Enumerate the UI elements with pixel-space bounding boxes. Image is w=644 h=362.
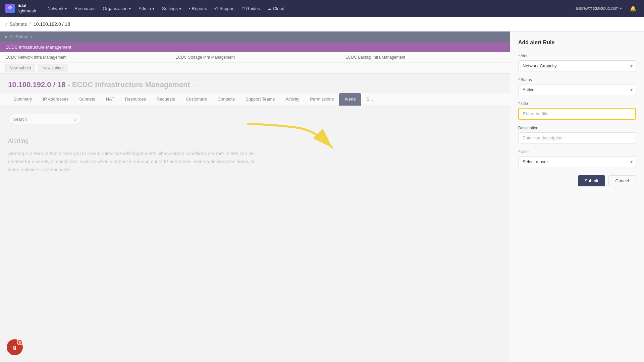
breadcrumb-separator: /: [30, 21, 31, 27]
status-select-wrapper: Active Inactive: [518, 84, 636, 95]
description-input[interactable]: [518, 132, 636, 143]
search-icon: ⌕: [74, 116, 77, 122]
notification-bell[interactable]: 🔔: [628, 3, 639, 14]
tab-subnets[interactable]: Subnets: [74, 93, 101, 106]
nav-reports[interactable]: ▪ Reports: [185, 4, 210, 13]
user-select[interactable]: Select a user: [518, 156, 636, 167]
caret-icon: ▸: [5, 34, 8, 39]
right-panel: Add alert Rule * Alert Network Capacity …: [510, 32, 644, 362]
back-arrow[interactable]: ‹: [5, 21, 7, 27]
tree-infra[interactable]: ECDC Infrastructure Management: [0, 42, 510, 52]
search-bar[interactable]: ⌕: [8, 114, 82, 124]
tab-requests[interactable]: Requests: [151, 93, 180, 106]
title-label: * Title: [518, 101, 636, 106]
chevron-down-icon: ▾: [152, 6, 155, 11]
breadcrumb: ‹ Subnets / 10.100.192.0 / 18: [5, 21, 70, 27]
breadcrumb-bar: ‹ Subnets / 10.100.192.0 / 18: [0, 17, 644, 32]
alert-select[interactable]: Network Capacity IP Usage Device Down Un…: [518, 60, 636, 71]
logo-sub: lightmesh: [17, 8, 36, 14]
nav-items: Network ▾ Resources Organization ▾ Admin…: [44, 4, 571, 13]
submit-button[interactable]: Submit: [578, 175, 605, 186]
tree-level3: New subnet New subnet: [0, 62, 510, 73]
page-header: 10.100.192.0 / 18 - ECDC Infrastructure …: [0, 74, 510, 89]
panel-title: Add alert Rule: [518, 40, 636, 46]
page-title: 10.100.192.0 / 18 - ECDC Infrastructure …: [8, 80, 190, 89]
tab-alerts[interactable]: Alerts: [339, 93, 361, 106]
tab-permissions[interactable]: Permissions: [305, 93, 339, 106]
breadcrumb-current: 10.100.192.0 / 18: [34, 21, 70, 27]
logo-icon: [5, 4, 15, 13]
chevron-down-icon: ▾: [129, 6, 131, 11]
search-input[interactable]: [13, 117, 74, 122]
cloud-icon: ☁: [267, 6, 272, 11]
avatar-notification-badge: 8: [17, 339, 23, 345]
description-label: Description: [518, 126, 636, 130]
tree-storage-infra[interactable]: ECDC Storage Inra Management: [170, 52, 340, 62]
nav-user[interactable]: andrew@tidalcloud.com ▾: [572, 4, 625, 13]
new-subnet-1[interactable]: New subnet: [5, 64, 35, 72]
chevron-down-icon: ▾: [620, 6, 622, 11]
tree-network-infra[interactable]: ECDC Network Infra Management: [0, 52, 170, 62]
nav-organization[interactable]: Organization ▾: [99, 4, 135, 13]
book-icon: □: [242, 6, 245, 11]
description-form-group: Description: [518, 126, 636, 143]
logo-brand: tidal: [17, 3, 36, 8]
user-select-wrapper: Select a user: [518, 156, 636, 167]
title-form-group: * Title: [518, 101, 636, 120]
bar-chart-icon: ▪: [189, 6, 191, 11]
arrow-annotation: [228, 117, 342, 162]
tab-contacts[interactable]: Contacts: [212, 93, 240, 106]
tree-level2: ECDC Network Infra Management ECDC Stora…: [0, 52, 510, 62]
status-select[interactable]: Active Inactive: [518, 84, 636, 95]
tab-nat[interactable]: NAT: [101, 93, 120, 106]
avatar-letter: g: [13, 344, 16, 350]
subnet-tree: ▸ All Subnets ECDC Infrastructure Manage…: [0, 32, 510, 74]
alert-label: * Alert: [518, 54, 636, 58]
alerting-title: Alerting: [8, 137, 502, 144]
content-area: ▸ All Subnets ECDC Infrastructure Manage…: [0, 32, 510, 362]
breadcrumb-subnets[interactable]: Subnets: [10, 21, 27, 27]
tab-more[interactable]: S...: [361, 93, 378, 106]
status-form-group: * Status Active Inactive: [518, 77, 636, 95]
chevron-down-icon: ▾: [179, 6, 181, 11]
nav-admin[interactable]: Admin ▾: [135, 4, 158, 13]
tab-summary[interactable]: Summary: [8, 93, 38, 106]
tab-support-teams[interactable]: Support Teams: [240, 93, 280, 106]
chevron-down-icon: ▾: [65, 6, 67, 11]
tree-backup-infra[interactable]: ECDC Backup Infra Management: [340, 52, 510, 62]
tab-activity[interactable]: Activity: [280, 93, 305, 106]
title-input[interactable]: [518, 108, 636, 120]
nav-right: andrew@tidalcloud.com ▾ 🔔: [572, 3, 639, 14]
new-subnet-2[interactable]: New subnet: [38, 64, 68, 72]
alerts-content: ⌕ Alerting Alerting is a feature that al…: [0, 106, 510, 182]
nav-resources[interactable]: Resources: [71, 4, 99, 13]
alerting-text: Alerting is a feature that allows you to…: [8, 150, 263, 174]
alerting-section: Alerting Alerting is a feature that allo…: [8, 137, 502, 174]
form-actions: Submit Cancel: [518, 175, 636, 186]
cancel-button[interactable]: Cancel: [608, 175, 636, 186]
nav-settings[interactable]: Settings ▾: [159, 4, 185, 13]
status-label: * Status: [518, 77, 636, 82]
tab-customers[interactable]: Customers: [180, 93, 212, 106]
user-form-group: * User Select a user: [518, 149, 636, 167]
logo[interactable]: tidal lightmesh: [5, 3, 36, 13]
nav-network[interactable]: Network ▾: [44, 4, 71, 13]
navbar: tidal lightmesh Network ▾ Resources Orga…: [0, 0, 644, 17]
tab-ip-addresses[interactable]: IP Addresses: [38, 93, 74, 106]
nav-cloud[interactable]: ☁ Cloud: [264, 4, 288, 13]
nav-support[interactable]: ✆ Support: [211, 4, 238, 13]
user-label: * User: [518, 149, 636, 154]
more-options-icon[interactable]: ···: [194, 81, 199, 88]
alert-form-group: * Alert Network Capacity IP Usage Device…: [518, 54, 636, 71]
tab-resources[interactable]: Resources: [120, 93, 151, 106]
tabs-bar: Summary IP Addresses Subnets NAT Resourc…: [0, 93, 510, 106]
nav-guides[interactable]: □ Guides: [239, 4, 263, 13]
main-layout: ▸ All Subnets ECDC Infrastructure Manage…: [0, 32, 644, 362]
tree-all-subnets[interactable]: ▸ All Subnets: [0, 32, 510, 42]
headset-icon: ✆: [214, 6, 218, 11]
avatar[interactable]: g 8: [7, 339, 23, 355]
alert-select-wrapper: Network Capacity IP Usage Device Down Un…: [518, 60, 636, 71]
